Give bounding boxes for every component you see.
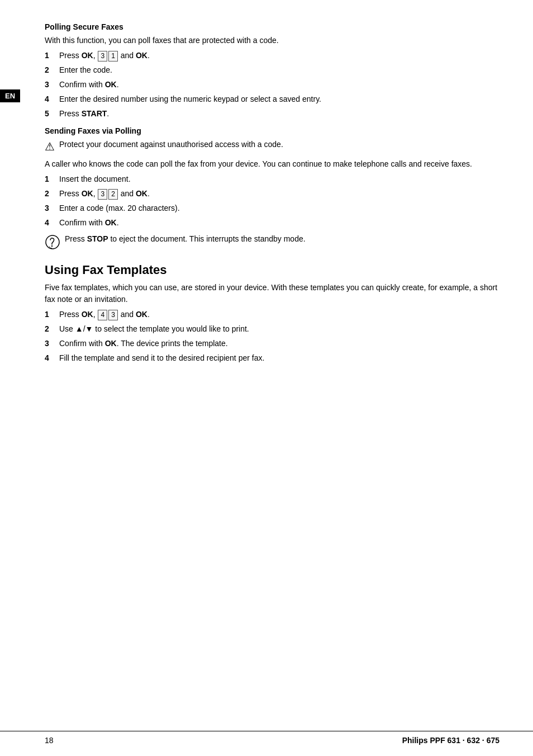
step-content: Confirm with OK. The device prints the t… xyxy=(59,338,499,349)
step-number: 1 xyxy=(45,50,56,62)
step-number: 1 xyxy=(45,173,56,185)
step-content: Enter a code (max. 20 characters). xyxy=(59,202,499,214)
fax-templates-title: Using Fax Templates xyxy=(45,263,499,277)
step-number: 4 xyxy=(45,93,56,105)
list-item: 1 Insert the document. xyxy=(45,173,499,185)
ok-label: OK xyxy=(105,80,117,89)
key-3: 3 xyxy=(108,310,118,320)
fax-templates-intro: Five fax templates, which you can use, a… xyxy=(45,282,499,305)
svg-point-1 xyxy=(51,245,53,247)
ok-label-2: OK xyxy=(136,51,147,60)
polling-secure-title: Polling Secure Faxes xyxy=(45,22,499,31)
step-number: 1 xyxy=(45,309,56,320)
list-item: 2 Use ▲/▼ to select the template you wou… xyxy=(45,323,499,335)
key-2: 2 xyxy=(108,189,118,200)
sending-polling-intro: A caller who knows the code can poll the… xyxy=(45,158,499,170)
list-item: 2 Enter the code. xyxy=(45,64,499,76)
en-tab: EN xyxy=(0,89,20,102)
list-item: 4 Fill the template and send it to the d… xyxy=(45,352,499,364)
ok-label-2: OK xyxy=(136,189,147,198)
step-number: 2 xyxy=(45,188,56,200)
ok-label: OK xyxy=(82,51,93,60)
step-content: Confirm with OK. xyxy=(59,217,499,229)
step-number: 2 xyxy=(45,64,56,76)
key-3: 3 xyxy=(98,189,107,200)
list-item: 3 Enter a code (max. 20 characters). xyxy=(45,202,499,214)
tip-block: Press STOP to eject the document. This i… xyxy=(45,233,499,253)
key-4: 4 xyxy=(98,310,107,320)
polling-secure-steps: 1 Press OK, 31 and OK. 2 Enter the code.… xyxy=(45,50,499,120)
step-number: 3 xyxy=(45,202,56,214)
step-number: 3 xyxy=(45,79,56,91)
step-content: Use ▲/▼ to select the template you would… xyxy=(59,323,499,335)
list-item: 3 Confirm with OK. xyxy=(45,79,499,91)
sending-polling-title: Sending Faxes via Polling xyxy=(45,126,499,135)
step-content: Press OK, 32 and OK. xyxy=(59,188,499,200)
step-content: Insert the document. xyxy=(59,173,499,185)
list-item: 5 Press START. xyxy=(45,108,499,120)
page: EN Polling Secure Faxes With this functi… xyxy=(0,0,533,756)
step-number: 4 xyxy=(45,352,56,364)
step-content: Press START. xyxy=(59,108,499,120)
tip-text: Press STOP to eject the document. This i… xyxy=(65,233,306,245)
key-3: 3 xyxy=(98,51,107,62)
ok-label: OK xyxy=(105,339,117,348)
list-item: 4 Enter the desired number using the num… xyxy=(45,93,499,105)
stop-label: STOP xyxy=(87,234,108,243)
step-content: Fill the template and send it to the des… xyxy=(59,352,499,364)
step-number: 3 xyxy=(45,338,56,349)
sending-polling-steps: 1 Insert the document. 2 Press OK, 32 an… xyxy=(45,173,499,229)
step-content: Enter the desired number using the numer… xyxy=(59,93,499,105)
polling-secure-section: Polling Secure Faxes With this function,… xyxy=(45,22,499,120)
step-number: 2 xyxy=(45,323,56,335)
product-name: Philips PPF 631 · 632 · 675 xyxy=(402,736,499,745)
warning-icon: ⚠ xyxy=(45,140,55,153)
ok-label: OK xyxy=(82,189,93,198)
tip-icon xyxy=(45,234,60,253)
step-content: Enter the code. xyxy=(59,64,499,76)
list-item: 1 Press OK, 43 and OK. xyxy=(45,309,499,320)
warning-block: ⚠ Protect your document against unauthor… xyxy=(45,139,499,154)
tip-svg-icon xyxy=(45,234,60,250)
step-content: Press OK, 31 and OK. xyxy=(59,50,499,62)
step-number: 5 xyxy=(45,108,56,120)
ok-label: OK xyxy=(105,218,117,227)
ok-label: OK xyxy=(82,310,93,319)
sending-polling-section: Sending Faxes via Polling ⚠ Protect your… xyxy=(45,126,499,253)
step-content: Confirm with OK. xyxy=(59,79,499,91)
fax-templates-steps: 1 Press OK, 43 and OK. 2 Use ▲/▼ to sele… xyxy=(45,309,499,364)
warning-text: Protect your document against unauthoris… xyxy=(59,139,283,150)
fax-templates-section: Using Fax Templates Five fax templates, … xyxy=(45,263,499,364)
step-content: Press OK, 43 and OK. xyxy=(59,309,499,320)
footer: 18 Philips PPF 631 · 632 · 675 xyxy=(0,731,533,745)
page-number: 18 xyxy=(45,736,54,745)
step-number: 4 xyxy=(45,217,56,229)
polling-secure-intro: With this function, you can poll faxes t… xyxy=(45,35,499,46)
list-item: 1 Press OK, 31 and OK. xyxy=(45,50,499,62)
list-item: 3 Confirm with OK. The device prints the… xyxy=(45,338,499,349)
list-item: 4 Confirm with OK. xyxy=(45,217,499,229)
start-label: START xyxy=(82,109,107,118)
list-item: 2 Press OK, 32 and OK. xyxy=(45,188,499,200)
ok-label-2: OK xyxy=(136,310,147,319)
key-1: 1 xyxy=(108,51,118,62)
